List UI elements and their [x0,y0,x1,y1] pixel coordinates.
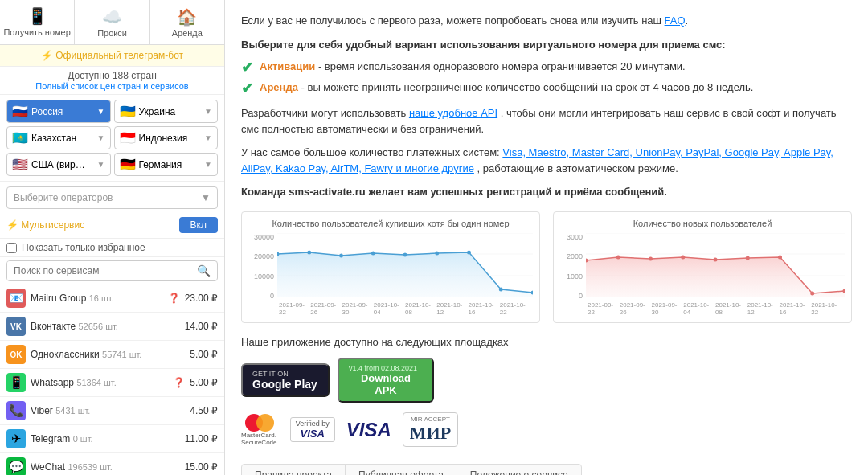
intro-text: Если у вас не получилось с первого раза,… [241,14,665,27]
favorites-label[interactable]: Показать только избранное [22,242,145,253]
whatsapp-name: Whatsapp 51364 шт. [31,377,166,388]
apk-download-button[interactable]: v1.4 from 02.08.2021 Download APK [338,358,434,403]
nav-rent-label: Аренда [172,28,203,38]
apk-label: Download APK [349,372,423,396]
telegram-icon: ✈ [6,429,26,448]
activation-text: Активации - время использования одноразо… [260,60,686,72]
telegram-bot-banner[interactable]: ⚡ Официальный телеграм-бот [0,45,224,67]
visa-logo: VISA [346,419,391,441]
germany-chevron: ▼ [204,160,212,169]
choose-title: Выберите для себя удобный вариант исполь… [241,37,852,53]
verified-label: Verified by [296,420,330,428]
country-indonesia[interactable]: 🇮🇩 Индонезия ▼ [114,126,219,149]
available-countries: Доступно 188 стран Полный список цен стр… [0,67,224,95]
footer-tab-rules[interactable]: Правила проекта [241,464,346,475]
list-item[interactable]: 📧 Mailru Group 16 шт. ❓ 23.00 ₽ [0,285,224,313]
whatsapp-help[interactable]: ❓ [173,377,185,388]
nav-get-number-label: Получить номер [3,27,70,38]
apk-version: v1.4 from 02.08.2021 [349,364,417,372]
svg-point-23 [778,255,782,259]
footer-tab-service[interactable]: Положение о сервисе [457,464,582,475]
multiservice-toggle[interactable]: Вкл [179,217,218,233]
viber-icon: 📞 [6,401,26,420]
search-input[interactable] [7,261,190,280]
nav-proxy-label: Прокси [97,28,127,38]
chart-new-users: Количество новых пользователей 3000 2000… [553,211,852,323]
telegram-bot-label: ⚡ Официальный телеграм-бот [41,50,183,61]
mailru-icon: 📧 [6,289,26,308]
svg-point-10 [467,250,471,254]
country-germany[interactable]: 🇩🇪 Германия ▼ [114,153,219,176]
country-grid: 🇷🇺 Россия ▼ 🇺🇦 Украина ▼ 🇰🇿 Казахстан ▼ … [0,95,224,182]
ukraine-chevron: ▼ [204,107,212,116]
dev-paragraph: Разработчики могут использовать наше удо… [241,105,852,137]
russia-label: Россия [31,106,63,117]
chart1-x-labels: 2021-09-22 2021-09-26 2021-09-30 2021-10… [277,301,533,316]
app-section-title: Наше приложение доступно на следующих пл… [241,334,852,350]
activation-item: ✔ Активации - время использования однора… [241,60,852,76]
list-item[interactable]: ✈ Telegram 0 шт. 11.00 ₽ [0,425,224,453]
rent-title: Аренда [260,81,298,93]
list-item[interactable]: 💬 WeChat 196539 шт. 15.00 ₽ [0,453,224,475]
multiservice-row: ⚡ Мультисервис Вкл [0,214,224,239]
rent-desc: - вы можете принять неограниченное колич… [301,81,754,93]
list-item[interactable]: 📞 Viber 5431 шт. 4.50 ₽ [0,397,224,425]
favorites-checkbox[interactable] [6,243,17,253]
kazakhstan-chevron: ▼ [97,133,105,142]
svg-point-22 [746,256,750,260]
search-button[interactable]: 🔍 [190,261,217,280]
kazakhstan-label: Казахстан [31,133,76,144]
phone-icon: 📱 [27,6,47,26]
country-usa[interactable]: 🇺🇸 США (вир… ▼ [6,153,111,176]
mailru-help[interactable]: ❓ [168,293,180,304]
svg-point-8 [403,252,407,256]
api-link[interactable]: наше удобное API [409,107,497,119]
chart1-y-low: 10000 [248,272,274,280]
payment-text-2: , работающие в автоматическом режиме. [477,162,678,174]
mastercard-circles [245,414,274,432]
activation-title: Активации [260,60,315,72]
whatsapp-icon: 📱 [6,373,26,392]
list-item[interactable]: 📱 Whatsapp 51364 шт. ❓ 5.00 ₽ [0,369,224,397]
nav-proxy[interactable]: ☁️ Прокси [75,0,149,44]
svg-point-18 [616,255,620,259]
chart1-y-max: 30000 [248,233,274,241]
google-play-button[interactable]: GET IT ON Google Play [241,363,330,397]
vk-icon: VK [6,317,26,336]
full-list-link[interactable]: Полный список цен стран и сервисов [6,81,218,91]
list-item[interactable]: VK Вконтакте 52656 шт. 14.00 ₽ [0,313,224,341]
chart2-y-max: 3000 [560,233,583,241]
usa-label: США (вир… [31,159,85,170]
whatsapp-price: 5.00 ₽ [190,377,218,388]
nav-rent[interactable]: 🏠 Аренда [150,0,224,44]
app-section: Наше приложение доступно на следующих пл… [241,334,852,476]
mailru-name: Mailru Group 16 шт. [31,293,162,304]
russia-chevron: ▼ [97,107,105,116]
indonesia-label: Индонезия [139,133,188,144]
main-content: Если у вас не получилось с первого раза,… [225,0,868,475]
germany-flag: 🇩🇪 [120,157,136,172]
ukraine-label: Украина [139,106,176,117]
proxy-icon: ☁️ [102,7,122,27]
germany-label: Германия [139,159,182,170]
mailru-price: 23.00 ₽ [185,293,218,304]
russia-flag: 🇷🇺 [12,104,28,119]
svg-point-9 [435,251,439,255]
favorites-row: Показать только избранное [0,239,224,257]
country-kazakhstan[interactable]: 🇰🇿 Казахстан ▼ [6,126,111,149]
multiservice-label: ⚡ Мультисервис [6,219,84,231]
search-row: 🔍 [6,260,218,281]
nav-get-number[interactable]: 📱 Получить номер [0,0,75,44]
list-item[interactable]: OK Одноклассники 55741 шт. 5.00 ₽ [0,341,224,369]
faq-link[interactable]: FAQ [665,14,686,27]
country-russia[interactable]: 🇷🇺 Россия ▼ [6,100,111,123]
visa-verified-text: VISA [301,428,325,440]
footer-tab-offer[interactable]: Публичная оферта [345,464,457,475]
operator-select[interactable]: Выберите операторов ▼ [6,186,218,209]
chart-users-bought: Количество пользователей купивших хотя б… [241,211,540,323]
app-buttons: GET IT ON Google Play v1.4 from 02.08.20… [241,358,852,403]
country-ukraine[interactable]: 🇺🇦 Украина ▼ [114,100,219,123]
choose-title-text: Выберите для себя удобный вариант исполь… [241,39,726,51]
intro-paragraph: Если у вас не получилось с первого раза,… [241,13,852,29]
viber-price: 4.50 ₽ [190,405,218,416]
